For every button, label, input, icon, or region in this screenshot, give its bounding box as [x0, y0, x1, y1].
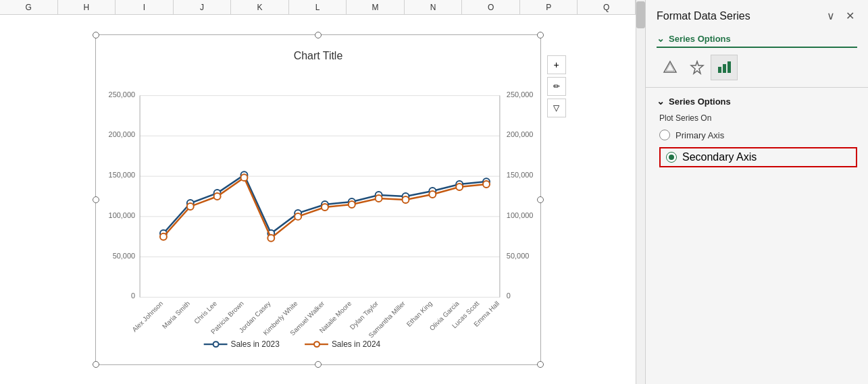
- col-P: P: [520, 0, 578, 14]
- svg-point-42: [402, 196, 409, 203]
- svg-text:Sales in 2024: Sales in 2024: [331, 339, 380, 349]
- svg-point-45: [483, 181, 490, 188]
- svg-text:100,000: 100,000: [506, 211, 533, 219]
- svg-text:250,000: 250,000: [506, 90, 533, 98]
- svg-text:0: 0: [506, 292, 510, 300]
- chart-wrapper: + ✏ ▽ Chart Title 250,000 200,000 150,00…: [0, 15, 636, 384]
- chart-container[interactable]: + ✏ ▽ Chart Title 250,000 200,000 150,00…: [95, 34, 541, 365]
- svg-point-64: [314, 341, 320, 347]
- panel-header: Format Data Series ∨ ✕: [646, 0, 868, 29]
- col-N: N: [405, 0, 463, 14]
- col-H: H: [58, 0, 116, 14]
- fill-line-icon: [663, 60, 678, 75]
- svg-marker-68: [691, 61, 703, 74]
- format-panel: Format Data Series ∨ ✕ Series Options: [645, 0, 868, 384]
- svg-text:100,000: 100,000: [108, 211, 135, 219]
- col-G: G: [0, 0, 58, 14]
- svg-point-34: [186, 202, 193, 209]
- primary-axis-radio-item[interactable]: Primary Axis: [659, 130, 857, 140]
- scrollbar-thumb[interactable]: [636, 1, 645, 28]
- svg-text:Alex Johnson: Alex Johnson: [130, 300, 164, 333]
- collapse-panel-button[interactable]: ∨: [824, 8, 838, 24]
- svg-text:Sales in 2023: Sales in 2023: [230, 339, 280, 349]
- col-J: J: [174, 0, 232, 14]
- panel-title: Format Data Series: [657, 10, 750, 22]
- secondary-axis-label: Secondary Axis: [682, 151, 757, 163]
- effects-icon: [690, 60, 705, 75]
- svg-point-41: [375, 195, 382, 202]
- handle-bottom-right[interactable]: [537, 361, 544, 368]
- svg-point-44: [456, 184, 463, 190]
- col-L: L: [289, 0, 347, 14]
- series-options-section-header[interactable]: Series Options: [657, 96, 857, 107]
- secondary-axis-radio[interactable]: [666, 152, 677, 163]
- spreadsheet-area: G H I J K L M N O P Q + ✏ ▽: [0, 0, 636, 384]
- series-options-icon-button[interactable]: [711, 55, 738, 80]
- column-headers: G H I J K L M N O P Q: [0, 0, 636, 15]
- handle-mid-left[interactable]: [93, 196, 99, 203]
- svg-text:Chris Lee: Chris Lee: [193, 299, 218, 325]
- handle-bottom-left[interactable]: [93, 361, 99, 368]
- icon-bar: [646, 48, 868, 88]
- chart-tools: + ✏ ▽: [547, 55, 566, 117]
- filter-chart-button[interactable]: ▽: [547, 99, 566, 117]
- svg-text:200,000: 200,000: [506, 130, 533, 138]
- svg-point-43: [429, 191, 436, 198]
- svg-text:50,000: 50,000: [112, 251, 134, 259]
- svg-text:Ethan King: Ethan King: [405, 300, 433, 328]
- svg-rect-69: [718, 67, 721, 73]
- col-Q: Q: [578, 0, 636, 14]
- svg-point-38: [295, 213, 301, 219]
- svg-text:50,000: 50,000: [506, 251, 528, 259]
- axis-radio-group: Primary Axis Secondary Axis: [657, 130, 857, 167]
- secondary-axis-box: Secondary Axis: [659, 147, 857, 167]
- handle-bottom-mid[interactable]: [315, 361, 322, 368]
- scrollbar[interactable]: [636, 0, 645, 384]
- svg-point-37: [267, 234, 274, 241]
- panel-header-icons: ∨ ✕: [824, 8, 857, 24]
- svg-marker-66: [664, 61, 676, 72]
- primary-axis-radio[interactable]: [659, 130, 670, 140]
- svg-text:0: 0: [131, 292, 135, 300]
- chart-svg: Chart Title 250,000 200,000 150,000 100,…: [96, 35, 540, 364]
- handle-top-mid[interactable]: [315, 32, 322, 38]
- series-options-bar-icon: [717, 60, 732, 75]
- svg-rect-71: [727, 61, 731, 73]
- panel-content: Series Options Plot Series On Primary Ax…: [646, 88, 868, 175]
- primary-axis-label: Primary Axis: [675, 130, 724, 140]
- svg-text:200,000: 200,000: [108, 130, 135, 138]
- svg-text:150,000: 150,000: [108, 171, 135, 179]
- svg-point-36: [240, 174, 247, 181]
- svg-point-39: [321, 203, 328, 210]
- edit-style-button[interactable]: ✏: [547, 77, 566, 96]
- svg-text:150,000: 150,000: [506, 171, 533, 179]
- svg-text:Maria Smith: Maria Smith: [160, 300, 190, 330]
- series-options-tab[interactable]: Series Options: [646, 29, 868, 44]
- fill-line-icon-button[interactable]: [657, 55, 684, 80]
- col-O: O: [462, 0, 520, 14]
- svg-point-35: [213, 193, 220, 200]
- col-I: I: [116, 0, 174, 14]
- handle-top-left[interactable]: [93, 32, 99, 38]
- effects-icon-button[interactable]: [684, 55, 711, 80]
- close-panel-button[interactable]: ✕: [843, 8, 857, 24]
- svg-point-33: [159, 233, 166, 240]
- handle-mid-right[interactable]: [537, 196, 544, 203]
- col-K: K: [231, 0, 289, 14]
- chart-title: Chart Title: [293, 49, 342, 61]
- add-chart-element-button[interactable]: +: [547, 55, 566, 74]
- handle-top-right[interactable]: [537, 32, 544, 38]
- plot-series-on-label: Plot Series On: [657, 113, 857, 123]
- col-M: M: [347, 0, 405, 14]
- svg-text:250,000: 250,000: [108, 90, 135, 98]
- svg-point-40: [348, 200, 355, 207]
- svg-rect-70: [723, 64, 726, 73]
- svg-point-61: [213, 341, 218, 347]
